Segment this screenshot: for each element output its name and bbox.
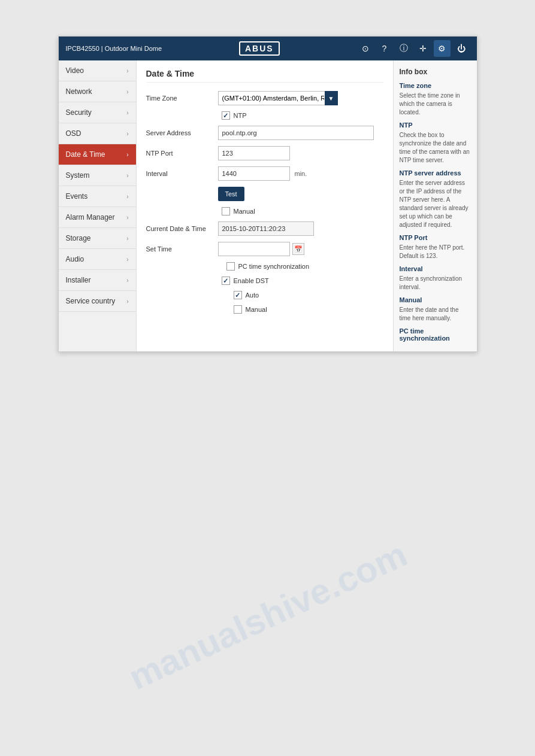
sidebar-item-datetime[interactable]: Date & Time ›	[59, 144, 136, 165]
manual2-checkbox[interactable]	[234, 305, 242, 314]
current-datetime-input[interactable]	[218, 221, 314, 236]
chevron-service-icon: ›	[126, 298, 128, 305]
sidebar-item-video[interactable]: Video ›	[59, 60, 136, 81]
chevron-storage-icon: ›	[126, 235, 128, 242]
settings-icon-btn[interactable]: ⚙	[434, 40, 451, 57]
timezone-select[interactable]: (GMT+01:00) Amsterdam, Berlin, Rome, Par…	[218, 91, 338, 105]
interval-control: min.	[218, 166, 383, 181]
chevron-osd-icon: ›	[126, 130, 128, 137]
device-name: IPCB42550 | Outdoor Mini Dome	[66, 45, 162, 52]
server-address-input[interactable]	[218, 126, 374, 140]
current-datetime-row: Current Date & Time	[146, 221, 383, 236]
current-datetime-label: Current Date & Time	[146, 225, 218, 232]
auto-checkbox[interactable]	[234, 291, 242, 299]
timezone-control: (GMT+01:00) Amsterdam, Berlin, Rome, Par…	[218, 91, 383, 105]
chevron-security-icon: ›	[126, 110, 128, 116]
enable-dst-label: Enable DST	[234, 277, 269, 284]
chevron-video-icon: ›	[126, 68, 128, 74]
sidebar-label-system: System	[66, 171, 90, 180]
camera-icon-btn[interactable]: ⊙	[357, 40, 374, 57]
app-container: IPCB42550 | Outdoor Mini Dome ABUS ⊙ ? ⓘ…	[58, 36, 477, 352]
ntp-port-row: NTP Port	[146, 146, 383, 160]
info-section-ntpport-text: Enter here the NTP port. Default is 123.	[400, 244, 471, 260]
auto-checkbox-row: Auto	[146, 291, 383, 299]
chevron-alarm-icon: ›	[126, 214, 128, 221]
sidebar-label-video: Video	[66, 66, 84, 75]
set-time-row: Set Time 📅	[146, 242, 383, 256]
server-address-row: Server Address	[146, 126, 383, 140]
header: IPCB42550 | Outdoor Mini Dome ABUS ⊙ ? ⓘ…	[59, 37, 477, 60]
sidebar-item-storage[interactable]: Storage ›	[59, 228, 136, 249]
sidebar-item-osd[interactable]: OSD ›	[59, 123, 136, 144]
chevron-network-icon: ›	[126, 89, 128, 95]
power-icon-btn[interactable]: ⏻	[453, 40, 470, 57]
info-section-interval-title: Interval	[400, 265, 471, 272]
sidebar-item-installer[interactable]: Installer ›	[59, 270, 136, 291]
interval-label: Interval	[146, 170, 218, 177]
info-section-manual-title: Manual	[400, 296, 471, 303]
sidebar-item-service-country[interactable]: Service country ›	[59, 291, 136, 312]
sidebar-item-security[interactable]: Security ›	[59, 102, 136, 123]
chevron-datetime-icon: ›	[126, 151, 128, 158]
set-time-input[interactable]	[218, 242, 290, 256]
manual-label: Manual	[234, 208, 255, 215]
sidebar-item-alarm-manager[interactable]: Alarm Manager ›	[59, 207, 136, 228]
ntp-port-label: NTP Port	[146, 150, 218, 157]
info-section-pcsync-title: PC time synchronization	[400, 327, 471, 342]
manual-checkbox[interactable]	[222, 207, 230, 215]
info-icon-btn[interactable]: ⓘ	[395, 40, 412, 57]
current-datetime-control	[218, 221, 383, 236]
ptz-icon-btn[interactable]: ✛	[415, 40, 431, 57]
interval-input[interactable]	[218, 166, 290, 181]
sidebar-label-alarm-manager: Alarm Manager	[66, 213, 115, 221]
server-address-control	[218, 126, 383, 140]
sidebar-item-audio[interactable]: Audio ›	[59, 249, 136, 270]
chevron-events-icon: ›	[126, 193, 128, 200]
info-panel-title: Info box	[400, 68, 471, 76]
header-icons: ⊙ ? ⓘ ✛ ⚙ ⏻	[357, 40, 470, 57]
ntp-port-control	[218, 146, 383, 160]
info-section-ntp-text: Check the box to synchronize the date an…	[400, 131, 471, 165]
timezone-row: Time Zone (GMT+01:00) Amsterdam, Berlin,…	[146, 91, 383, 105]
pc-sync-checkbox[interactable]	[226, 262, 235, 271]
manual-checkbox-row: Manual	[146, 207, 383, 215]
panel-title: Date & Time	[146, 69, 383, 83]
logo-text: ABUS	[239, 41, 280, 56]
ntp-port-input[interactable]	[218, 146, 290, 160]
info-section-ntp-title: NTP	[400, 122, 471, 129]
manual2-checkbox-row: Manual	[146, 305, 383, 314]
pc-sync-label: PC time synchronization	[238, 263, 310, 270]
logo: ABUS	[239, 41, 280, 56]
interval-unit: min.	[295, 170, 307, 177]
info-section-timezone-title: Time zone	[400, 82, 471, 89]
chevron-installer-icon: ›	[126, 277, 128, 284]
ntp-checkbox[interactable]	[222, 111, 230, 120]
sidebar-item-events[interactable]: Events ›	[59, 186, 136, 207]
sidebar-label-installer: Installer	[66, 276, 91, 284]
info-section-manual-text: Enter the date and the time here manuall…	[400, 306, 471, 323]
sidebar-label-events: Events	[66, 192, 88, 201]
interval-row: Interval min.	[146, 166, 383, 181]
manual2-label: Manual	[246, 306, 267, 313]
server-address-label: Server Address	[146, 129, 218, 136]
timezone-label: Time Zone	[146, 95, 218, 102]
sidebar-label-storage: Storage	[66, 234, 91, 242]
sidebar-label-service-country: Service country	[66, 297, 116, 305]
chevron-system-icon: ›	[126, 172, 128, 179]
help-icon-btn[interactable]: ?	[376, 40, 393, 57]
sidebar-item-system[interactable]: System ›	[59, 165, 136, 186]
info-section-ntpaddr-title: NTP server address	[400, 169, 471, 177]
sidebar-label-network: Network	[66, 87, 92, 96]
info-section-ntpaddr-text: Enter the server address or the IP addre…	[400, 179, 471, 229]
set-time-label: Set Time	[146, 245, 218, 253]
enable-dst-checkbox[interactable]	[222, 277, 230, 285]
sidebar-label-security: Security	[66, 108, 92, 117]
info-panel: Info box Time zone Select the time zone …	[393, 60, 477, 351]
test-button[interactable]: Test	[218, 187, 244, 201]
sidebar-item-network[interactable]: Network ›	[59, 81, 136, 102]
calendar-icon[interactable]: 📅	[292, 243, 304, 255]
sidebar-label-osd: OSD	[66, 129, 81, 138]
set-time-control: 📅	[218, 242, 383, 256]
content-area: Date & Time Time Zone (GMT+01:00) Amster…	[137, 60, 477, 351]
info-section-timezone-text: Select the time zone in which the camera…	[400, 92, 471, 117]
